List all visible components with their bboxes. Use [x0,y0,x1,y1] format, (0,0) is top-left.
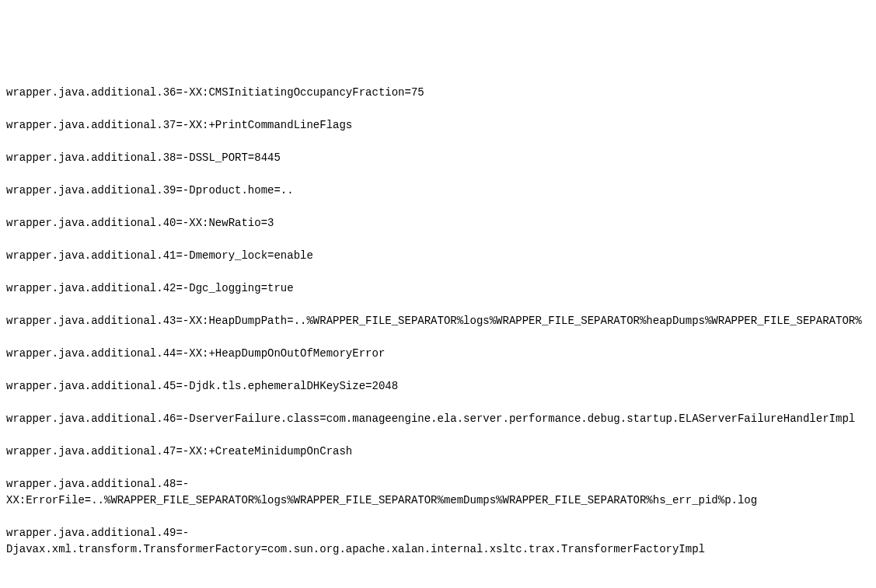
config-file-content: wrapper.java.additional.36=-XX:CMSInitia… [6,68,870,588]
config-line: wrapper.java.additional.43=-XX:HeapDumpP… [6,313,870,329]
config-line: wrapper.java.additional.45=-Djdk.tls.eph… [6,378,870,395]
config-line: wrapper.java.additional.42=-Dgc_logging=… [6,280,870,297]
config-line: wrapper.java.additional.39=-Dproduct.hom… [6,183,870,199]
config-line: wrapper.java.additional.38=-DSSL_PORT=84… [6,150,870,166]
config-line: wrapper.java.additional.41=-Dmemory_lock… [6,248,870,264]
config-line: wrapper.java.additional.46=-DserverFailu… [6,411,870,427]
config-line: wrapper.java.additional.47=-XX:+CreateMi… [6,444,870,460]
config-line: wrapper.java.additional.37=-XX:+PrintCom… [6,117,870,134]
blank-line [6,574,870,588]
config-line: wrapper.java.additional.40=-XX:NewRatio=… [6,215,870,231]
config-line: wrapper.java.additional.44=-XX:+HeapDump… [6,346,870,362]
config-line: wrapper.java.additional.48=-XX:ErrorFile… [6,476,870,509]
config-line: wrapper.java.additional.36=-XX:CMSInitia… [6,85,870,101]
config-line: wrapper.java.additional.49=-Djavax.xml.t… [6,525,870,558]
